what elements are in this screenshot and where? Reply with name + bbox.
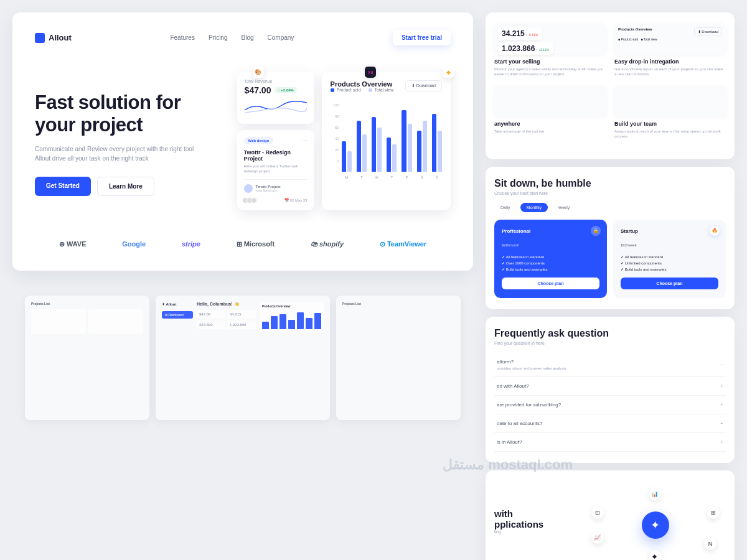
orbit-icon: 📈: [591, 531, 604, 544]
bar-chart: 100806040200: [331, 103, 442, 172]
feat-desc-2: Get a conclusive report on each of your …: [614, 67, 726, 77]
revenue-card: Total Revenue $47.00 ↑ +3.64%: [237, 72, 314, 124]
feat-title-4: Build your team: [614, 121, 726, 127]
project-owner-link: www.figma.com: [256, 189, 281, 192]
team-avatars: [244, 197, 257, 203]
billing-tabs: Daily Monthly Yearly: [494, 203, 726, 212]
plan-name-2: Startup: [621, 228, 718, 234]
choose-plan-1[interactable]: Choose plan: [502, 278, 599, 289]
logo-google: Google: [122, 240, 146, 248]
start-trial-button[interactable]: Start free trial: [393, 30, 451, 45]
logo-wave: ⊕ WAVE: [59, 240, 87, 248]
orbit-icon: ⊡: [591, 506, 604, 519]
faq-item[interactable]: are provided for subscribing?+: [494, 396, 726, 414]
features-section: 34.215 ↓ -0.31% 1.023.866 ↑ +2.11% Start…: [486, 12, 735, 159]
figma-icon: 🎨: [253, 67, 264, 78]
plan-startup: 🔥 Startup $32/week All features in stand…: [613, 220, 726, 298]
feat-title-3: anywhere: [494, 121, 606, 127]
products-overview-card: Products Overview Product sold Total vie…: [322, 72, 451, 210]
project-date: 📅 02 May 23: [284, 198, 308, 202]
orbit-icon: ⊞: [707, 506, 720, 519]
learn-more-button[interactable]: Learn More: [97, 177, 154, 196]
pricing-section: Sit down, be humble Choose your best pla…: [486, 167, 735, 309]
plan-professional: 🔒 Proffesional $28/month All features in…: [494, 220, 607, 298]
project-card: Web design⋯ Twottr - Redesign Project He…: [237, 130, 314, 210]
xd-icon: Xd: [365, 67, 376, 78]
hero-subtitle: Communicate and Review every project wit…: [35, 144, 197, 163]
feat-desc-4: Assign tasks to each of your teams that …: [614, 129, 726, 139]
legend-view: Total view: [375, 88, 394, 92]
nav-company[interactable]: Company: [268, 34, 294, 41]
avatar: [244, 184, 253, 193]
revenue-label: Total Revenue: [245, 79, 307, 83]
brand-name: Allout: [49, 33, 72, 42]
logo-stripe: stripe: [182, 240, 200, 248]
orbit-icon: 📊: [649, 488, 661, 500]
revenue-value: $47.00: [245, 85, 271, 95]
nav-pricing[interactable]: Pricing: [209, 34, 228, 41]
orbit-icon: ◆: [649, 550, 661, 560]
brand: Allout: [35, 33, 72, 43]
project-title: Twottr - Redesign Project: [244, 149, 308, 162]
navbar: Allout Features Pricing Blog Company Sta…: [35, 30, 451, 45]
feature-img-3: [494, 86, 606, 116]
integrate-section: with pplications ling ✦ 📊 ⊞ N ◆ 📈 ⊡: [486, 470, 735, 560]
partner-logos: ⊕ WAVE Google stripe ⊞ Microsoft 🛍 shopi…: [35, 235, 451, 253]
faq-heading: Frequently ask question: [494, 328, 726, 339]
feat-title-1: Start your selling: [494, 58, 606, 65]
logo-icon: [35, 33, 45, 43]
logo-shopify: 🛍 shopify: [311, 240, 344, 248]
dashboard-previews: Projects List ✦ Allout ⊞ Dashboard Hello…: [12, 283, 473, 432]
get-started-button[interactable]: Get Started: [35, 177, 91, 196]
nav-blog[interactable]: Blog: [242, 34, 254, 41]
preview-2: ✦ Allout ⊞ Dashboard Hello, Columbus! 👋 …: [156, 296, 330, 420]
integrate-logo-icon: ✦: [642, 511, 669, 539]
preview-1: Projects List: [25, 296, 149, 420]
faq-item[interactable]: ed with Allout?+: [494, 377, 726, 396]
plan-name-1: Proffesional: [502, 228, 599, 234]
tab-monthly[interactable]: Monthly: [520, 203, 548, 212]
logo-microsoft: ⊞ Microsoft: [237, 240, 275, 248]
project-tag: Web design: [244, 137, 274, 144]
revenue-delta: ↑ +3.64%: [275, 87, 296, 93]
faq-item[interactable]: date to all accounts?+: [494, 414, 726, 433]
revenue-sparkline: [245, 99, 307, 115]
hero-title: Fast solution for your project: [35, 91, 221, 136]
flame-icon: 🔥: [710, 226, 720, 236]
orbit-icon: N: [704, 538, 716, 550]
nav-features[interactable]: Features: [170, 34, 194, 41]
feat-desc-3: Take advantage of the tool we: [494, 129, 606, 134]
logo-teamviewer: ⊙ TeamViewer: [380, 240, 426, 248]
project-owner: Twottr Project: [256, 185, 281, 189]
tab-daily[interactable]: Daily: [494, 203, 517, 212]
faq-section: Frequently ask question Find your questi…: [486, 317, 735, 463]
preview-3: Projects List: [336, 296, 461, 420]
download-button[interactable]: ⬇ Download: [405, 80, 442, 91]
tab-yearly[interactable]: Yearly: [552, 203, 576, 212]
feature-img-1: 34.215 ↓ -0.31% 1.023.866 ↑ +2.11%: [494, 24, 606, 54]
choose-plan-2[interactable]: Choose plan: [621, 278, 718, 289]
lock-icon: 🔒: [591, 226, 601, 236]
feat-desc-1: Monitor your agency's sales easily and a…: [494, 67, 606, 77]
feature-img-2: Products Overview⬇ Download ■ Product so…: [614, 24, 726, 54]
nav-links: Features Pricing Blog Company: [170, 34, 294, 41]
project-desc: Here you will make a Twitter web redesig…: [244, 164, 308, 174]
faq-sub: Find your question in here: [494, 341, 726, 345]
pricing-heading: Sit down, be humble: [494, 178, 726, 189]
sketch-icon: ◆: [443, 67, 454, 78]
feature-img-4: [614, 86, 726, 116]
chart-title: Products Overview: [331, 80, 394, 88]
feat-title-2: Easy drop-in intregation: [614, 58, 726, 65]
faq-item[interactable]: ls in Allout?+: [494, 433, 726, 452]
pricing-sub: Choose your best plan here: [494, 191, 726, 195]
more-icon[interactable]: ⋯: [301, 137, 308, 144]
legend-sold: Product sold: [337, 88, 361, 92]
faq-item[interactable]: atform?provides robust and proven sales …: [494, 353, 726, 377]
